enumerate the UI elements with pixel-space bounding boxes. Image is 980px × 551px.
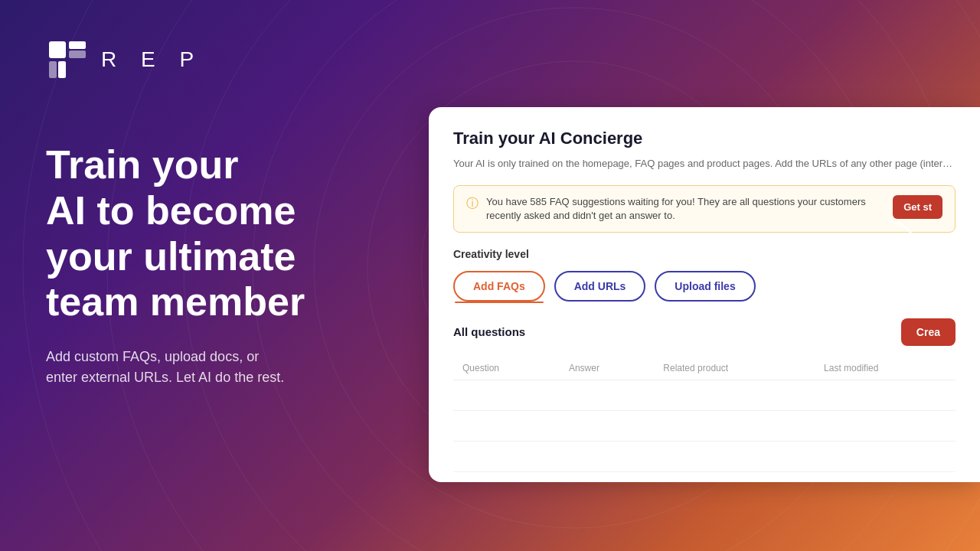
tab-upload-files[interactable]: Upload files [655, 271, 755, 302]
table-row-empty-2 [453, 410, 956, 441]
tab-add-faqs[interactable]: Add FAQs [453, 271, 545, 302]
svg-rect-9 [49, 41, 66, 58]
logo: R E P [46, 38, 398, 81]
logo-text: R E P [101, 47, 203, 72]
col-answer: Answer [560, 357, 654, 380]
card-title: Train your AI Concierge [453, 129, 956, 148]
svg-rect-10 [69, 41, 86, 49]
col-related-product: Related product [654, 357, 815, 380]
table-body [453, 380, 956, 471]
table-header-row: Question Answer Related product Last mod… [453, 357, 956, 380]
svg-rect-11 [69, 51, 86, 58]
svg-rect-13 [58, 61, 66, 78]
hero-title: Train yourAI to becomeyour ultimateteam … [46, 142, 398, 325]
card-description: Your AI is only trained on the homepage,… [453, 156, 956, 171]
questions-table: Question Answer Related product Last mod… [453, 357, 956, 472]
svg-rect-12 [49, 61, 57, 78]
questions-title: All questions [453, 325, 525, 338]
col-last-modified: Last modified [815, 357, 956, 380]
table-row-empty-1 [453, 380, 956, 410]
info-icon: ⓘ [466, 196, 479, 212]
arrow-container [842, 214, 934, 340]
hero-subtitle: Add custom FAQs, upload docs, or enter e… [46, 347, 368, 388]
tab-add-urls[interactable]: Add URLs [554, 271, 646, 302]
info-banner-text: You have 585 FAQ suggestions waiting for… [486, 195, 885, 223]
table-row-empty-3 [453, 441, 956, 471]
rep-logo-icon [46, 38, 89, 81]
arrow-icon [842, 214, 934, 337]
left-panel: R E P Train yourAI to becomeyour ultimat… [0, 0, 444, 551]
col-question: Question [453, 357, 560, 380]
